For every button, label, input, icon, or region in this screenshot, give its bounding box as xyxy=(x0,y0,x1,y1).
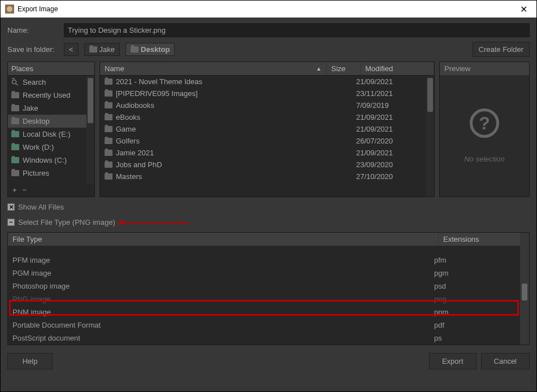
file-row[interactable]: eBooks21/09/2021 xyxy=(100,111,434,123)
help-button[interactable]: Help xyxy=(7,353,53,369)
file-row[interactable]: Masters27/10/2020 xyxy=(100,171,434,182)
folder-icon xyxy=(105,102,112,108)
place-item[interactable]: Pictures xyxy=(8,167,94,180)
folder-icon xyxy=(11,105,19,111)
drive-icon xyxy=(11,157,19,163)
filetype-row[interactable]: PGM imagepgm xyxy=(8,267,529,280)
cancel-button[interactable]: Cancel xyxy=(481,353,530,369)
place-item[interactable]: Recently Used xyxy=(8,89,94,102)
close-icon[interactable]: ✕ xyxy=(516,4,532,15)
col-extensions[interactable]: Extensions xyxy=(439,233,529,246)
create-folder-button[interactable]: Create Folder xyxy=(473,42,530,57)
filelist-scrollbar[interactable] xyxy=(426,76,434,197)
filetype-name: PGM image xyxy=(12,269,434,277)
filetype-row[interactable]: Portable Document Formatpdf xyxy=(8,319,529,332)
file-modified: 21/09/2021 xyxy=(356,77,430,86)
file-row[interactable]: Jamie 202121/09/2021 xyxy=(100,147,434,159)
filetype-name: PostScript document xyxy=(12,334,434,342)
file-row[interactable]: Golfers26/07/2020 xyxy=(100,135,434,147)
file-modified: 21/09/2021 xyxy=(356,113,430,121)
svg-line-3 xyxy=(16,84,18,85)
title-bar: Export Image ✕ xyxy=(1,1,536,18)
filetype-row[interactable]: PFM imagepfm xyxy=(8,254,529,267)
checkbox-icon: ✕ xyxy=(7,203,15,211)
place-label: Search xyxy=(23,78,46,86)
place-item[interactable]: Jake xyxy=(8,102,94,115)
place-label: Jake xyxy=(23,104,38,112)
file-row[interactable]: Jobs and PhD23/09/2020 xyxy=(100,159,434,171)
places-header: Places xyxy=(8,62,94,76)
file-row[interactable]: 2021 - Novel Theme Ideas21/09/2021 xyxy=(100,76,434,88)
file-name: Masters xyxy=(116,172,142,181)
file-modified: 21/09/2021 xyxy=(356,149,430,157)
filetype-row[interactable]: PNM imagepnm xyxy=(8,306,529,319)
file-modified: 21/09/2021 xyxy=(356,125,430,133)
place-label: Windows (C:) xyxy=(23,156,67,164)
file-modified: 26/07/2020 xyxy=(356,137,430,145)
folder-icon xyxy=(11,170,19,176)
filetype-row[interactable]: PNG imagepng xyxy=(8,293,529,306)
recent-icon xyxy=(11,92,19,98)
file-row[interactable]: Game21/09/2021 xyxy=(100,123,434,135)
svg-point-2 xyxy=(12,80,16,84)
col-filetype[interactable]: File Type xyxy=(8,233,439,246)
add-place-button[interactable]: + xyxy=(12,186,17,194)
name-row: Name: xyxy=(7,23,530,37)
filename-input[interactable] xyxy=(64,23,530,37)
filetype-name: PFM image xyxy=(12,256,434,264)
filetype-row[interactable] xyxy=(8,246,529,254)
filetype-scrollbar[interactable] xyxy=(520,233,529,345)
filetype-ext: pnm xyxy=(434,308,525,316)
col-modified[interactable]: Modified xyxy=(361,62,434,75)
file-list-panel: Name▲ Size Modified 2021 - Novel Theme I… xyxy=(99,62,435,197)
breadcrumb-jake[interactable]: Jake xyxy=(84,43,120,56)
window-title: Export Image xyxy=(18,5,516,13)
savein-label: Save in folder: xyxy=(7,45,58,54)
remove-place-button[interactable]: − xyxy=(23,186,27,194)
places-panel: Places SearchRecently UsedJakeDesktopLoc… xyxy=(7,62,95,197)
file-row[interactable]: [PIPEDRIVE095 Images]23/11/2021 xyxy=(100,88,434,99)
filetype-row[interactable]: PostScript documentps xyxy=(8,332,529,345)
folder-icon xyxy=(131,46,138,53)
folder-icon xyxy=(105,79,112,85)
file-name: Game xyxy=(116,125,136,133)
filetype-row[interactable]: Photoshop imagepsd xyxy=(8,280,529,293)
place-item[interactable]: Desktop xyxy=(8,115,94,128)
preview-text: No selection xyxy=(464,155,505,163)
filetype-ext: ps xyxy=(434,334,525,342)
breadcrumb-back[interactable]: < xyxy=(64,43,79,56)
folder-icon xyxy=(11,118,19,124)
drive-icon xyxy=(11,144,19,150)
sort-asc-icon: ▲ xyxy=(316,66,322,72)
breadcrumb-desktop[interactable]: Desktop xyxy=(125,43,175,56)
file-name: Golfers xyxy=(116,137,140,145)
filetype-ext: pdf xyxy=(434,321,525,329)
preview-panel: Preview ? No selection xyxy=(439,62,530,197)
places-scrollbar[interactable] xyxy=(86,76,94,184)
place-item[interactable]: Windows (C:) xyxy=(8,154,94,167)
select-file-type-expander[interactable]: − Select File Type (PNG image) xyxy=(7,217,530,228)
folder-icon xyxy=(105,150,112,156)
collapse-icon: − xyxy=(7,219,15,226)
folder-icon xyxy=(105,126,112,132)
place-label: Pictures xyxy=(23,169,49,177)
place-item[interactable]: Search xyxy=(8,76,94,89)
place-item[interactable]: Work (D:) xyxy=(8,141,94,154)
show-all-files-row[interactable]: ✕ Show All Files xyxy=(7,202,530,212)
filetype-name: Portable Document Format xyxy=(12,321,434,329)
export-button[interactable]: Export xyxy=(429,353,477,369)
file-name: Audiobooks xyxy=(116,101,154,110)
folder-icon xyxy=(89,46,97,53)
filetype-ext: pgm xyxy=(434,269,525,277)
col-size[interactable]: Size xyxy=(327,62,361,75)
file-name: Jamie 2021 xyxy=(116,149,154,157)
filetype-name: Photoshop image xyxy=(12,282,434,290)
file-row[interactable]: Audiobooks7/09/2019 xyxy=(100,99,434,111)
place-label: Desktop xyxy=(23,117,50,125)
folder-icon xyxy=(105,173,112,180)
col-name[interactable]: Name▲ xyxy=(100,62,327,75)
place-item[interactable]: Local Disk (E:) xyxy=(8,128,94,141)
preview-header: Preview xyxy=(440,62,529,75)
folder-icon xyxy=(105,114,112,120)
filetype-name: PNM image xyxy=(12,308,434,316)
